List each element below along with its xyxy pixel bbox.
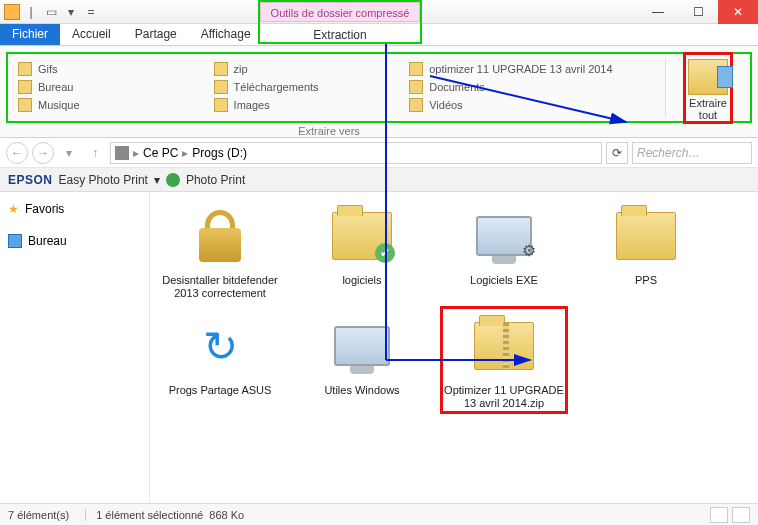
- forward-button[interactable]: →: [32, 142, 54, 164]
- sync-icon: ↻: [203, 322, 238, 371]
- folder-icon: [214, 98, 228, 112]
- monitor-icon: [334, 326, 390, 366]
- photo-print-icon: [166, 173, 180, 187]
- tab-extraction[interactable]: Extraction: [260, 24, 420, 46]
- desktop-icon: [8, 234, 22, 248]
- monitor-gear-icon: [476, 216, 532, 256]
- pc-icon: [115, 146, 129, 160]
- extract-icon: [688, 59, 728, 95]
- maximize-button[interactable]: ☐: [678, 0, 718, 24]
- nav-desktop[interactable]: Bureau: [8, 230, 141, 252]
- folder-icon: [18, 98, 32, 112]
- ribbon: Gifs Bureau Musique zip Téléchargements …: [0, 46, 758, 138]
- star-icon: ★: [8, 202, 19, 216]
- qat-separator: |: [22, 3, 40, 21]
- dest-documents[interactable]: Documents: [409, 78, 655, 96]
- tab-file[interactable]: Fichier: [0, 23, 60, 45]
- lock-icon: [199, 210, 241, 262]
- dest-images[interactable]: Images: [214, 96, 390, 114]
- qat-overflow[interactable]: =: [82, 3, 100, 21]
- view-icons-button[interactable]: [732, 507, 750, 523]
- ribbon-destinations-col3: optimizer 11 UPGRADE 13 avril 2014 Docum…: [399, 54, 665, 121]
- dest-bureau[interactable]: Bureau: [18, 78, 194, 96]
- back-button[interactable]: ←: [6, 142, 28, 164]
- tab-share[interactable]: Partage: [123, 23, 189, 45]
- nav-favorites[interactable]: ★ Favoris: [8, 198, 141, 220]
- new-folder-button[interactable]: ▾: [62, 3, 80, 21]
- file-item[interactable]: logiciels: [302, 200, 422, 300]
- ribbon-group-caption: Extraire vers: [0, 125, 658, 137]
- minimize-button[interactable]: —: [638, 0, 678, 24]
- crumb-progs[interactable]: Progs (D:): [192, 146, 247, 160]
- system-menu-icon[interactable]: [4, 4, 20, 20]
- folder-icon: [409, 98, 423, 112]
- status-count: 7 élément(s): [8, 509, 69, 521]
- epson-logo: EPSON: [8, 173, 53, 187]
- view-details-button[interactable]: [710, 507, 728, 523]
- file-item[interactable]: PPS: [586, 200, 706, 300]
- refresh-button[interactable]: ⟳: [606, 142, 628, 164]
- navigation-pane: ★ Favoris Bureau: [0, 192, 150, 503]
- folder-check-icon: [332, 212, 392, 260]
- dest-gifs[interactable]: Gifs: [18, 60, 194, 78]
- dest-telechargements[interactable]: Téléchargements: [214, 78, 390, 96]
- dest-optimizer[interactable]: optimizer 11 UPGRADE 13 avril 2014: [409, 60, 655, 78]
- dest-musique[interactable]: Musique: [18, 96, 194, 114]
- folder-icon: [18, 80, 32, 94]
- tab-home[interactable]: Accueil: [60, 23, 123, 45]
- annotation-green-box-ribbon: Gifs Bureau Musique zip Téléchargements …: [6, 52, 752, 123]
- folder-icon: [214, 62, 228, 76]
- extract-all-button[interactable]: Extraire tout: [683, 52, 733, 124]
- chevron-right-icon[interactable]: ▸: [182, 146, 188, 160]
- folder-icon: [409, 62, 423, 76]
- folder-icon: [18, 62, 32, 76]
- dest-videos[interactable]: Vidéos: [409, 96, 655, 114]
- recent-dropdown[interactable]: ▾: [58, 142, 80, 164]
- quick-access-toolbar: | ▭ ▾ =: [0, 3, 100, 21]
- status-selection: 1 élément sélectionné 868 Ko: [85, 509, 244, 521]
- tab-view[interactable]: Affichage: [189, 23, 263, 45]
- folder-icon: [616, 212, 676, 260]
- ribbon-destinations-col2: zip Téléchargements Images: [204, 54, 400, 121]
- status-bar: 7 élément(s) 1 élément sélectionné 868 K…: [0, 503, 758, 525]
- dropdown-icon[interactable]: ▾: [154, 173, 160, 187]
- zip-folder-icon: [474, 322, 534, 370]
- photo-print-button[interactable]: Photo Print: [186, 173, 245, 187]
- ribbon-tabs: Fichier Accueil Partage Affichage Extrac…: [0, 24, 758, 46]
- context-tab-group-label: Outils de dossier compressé: [260, 2, 420, 22]
- file-item[interactable]: Logiciels EXE: [444, 200, 564, 300]
- file-item-selected[interactable]: Optimizer 11 UPGRADE 13 avril 2014.zip: [444, 310, 564, 410]
- chevron-right-icon[interactable]: ▸: [133, 146, 139, 160]
- address-bar: ← → ▾ ↑ ▸ Ce PC ▸ Progs (D:) ⟳ Recherch…: [0, 138, 758, 168]
- breadcrumb[interactable]: ▸ Ce PC ▸ Progs (D:): [110, 142, 602, 164]
- up-button[interactable]: ↑: [84, 142, 106, 164]
- search-input[interactable]: Recherch…: [632, 142, 752, 164]
- epson-toolbar: EPSON Easy Photo Print ▾ Photo Print: [0, 168, 758, 192]
- file-list[interactable]: Desisntaller bitdefender 2013 correcteme…: [150, 192, 758, 503]
- file-item[interactable]: ↻ Progs Partage ASUS: [160, 310, 280, 410]
- properties-button[interactable]: ▭: [42, 3, 60, 21]
- close-button[interactable]: ✕: [718, 0, 758, 24]
- crumb-cepc[interactable]: Ce PC: [143, 146, 178, 160]
- file-item[interactable]: Utiles Windows: [302, 310, 422, 410]
- extract-all-label-2: tout: [688, 109, 728, 121]
- folder-icon: [409, 80, 423, 94]
- extract-all-label-1: Extraire: [688, 97, 728, 109]
- folder-icon: [214, 80, 228, 94]
- easy-photo-print-button[interactable]: Easy Photo Print: [59, 173, 148, 187]
- file-item[interactable]: Desisntaller bitdefender 2013 correcteme…: [160, 200, 280, 300]
- dest-zip[interactable]: zip: [214, 60, 390, 78]
- ribbon-destinations-col1: Gifs Bureau Musique: [8, 54, 204, 121]
